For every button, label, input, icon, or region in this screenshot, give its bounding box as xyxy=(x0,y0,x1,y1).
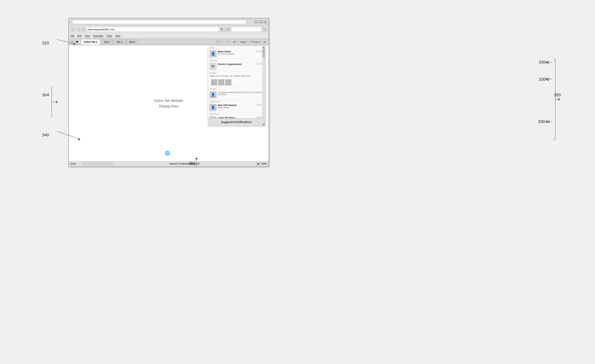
avatar-brian xyxy=(218,79,224,85)
tools-button[interactable]: ⚙ Tools ▾ xyxy=(249,40,261,44)
svg-marker-4 xyxy=(56,101,58,103)
status-internet-text: Internet | Protected Mode: Off xyxy=(113,162,255,165)
forward-button[interactable]: ▷ xyxy=(76,27,82,32)
menu-file[interactable]: File xyxy=(71,34,74,37)
zoom-button[interactable]: ⊕ xyxy=(256,162,260,166)
notif-text-lily: Lily shared an album directly with you: … xyxy=(218,91,263,96)
notif-avatar-ceo: 👤 xyxy=(210,104,216,111)
menu-edit[interactable]: Edit xyxy=(77,34,82,37)
avatar-charles xyxy=(211,79,217,85)
menu-help[interactable]: Help xyxy=(115,34,120,37)
home-button[interactable]: 🏠 ▾ xyxy=(215,40,222,44)
label-330-2: 330-2 xyxy=(539,77,549,82)
notif-title-pc: Latest PC News xyxy=(218,117,255,118)
notif-source-googleplus-1: Google+ xyxy=(208,71,265,74)
tools-label: Tools xyxy=(253,41,258,43)
notif-item-googleplus-album[interactable]: 👤 Lily shared an album directly with you… xyxy=(208,90,265,100)
title-bar-controls: — □ ✕ xyxy=(254,21,267,23)
address-input[interactable] xyxy=(86,27,219,32)
notif-item-calendar[interactable]: 31 Doctor's Appointment 3:15 PM xyxy=(208,62,265,71)
notif-item-techcrunch-pc[interactable]: 💻 Latest PC News Trial Yields Trove... 3… xyxy=(208,115,265,118)
bracket-350 xyxy=(552,57,565,141)
back-arrow-icon: ◁ xyxy=(72,28,73,30)
scrollbar-up-button[interactable]: ▲ xyxy=(262,46,265,49)
tab-bar: ☆ ✚ Active Tab 1 Tab 2 Tab 3 Tab N 🏠 ▾ 📡… xyxy=(69,38,269,45)
notif-source-techcrunch-1: TechCrunch xyxy=(208,100,265,103)
tab-2[interactable]: Tab 2 xyxy=(101,40,113,45)
add-tab-icon[interactable]: ✚ xyxy=(75,40,79,44)
avatar-row-googleplus xyxy=(210,79,233,86)
notification-panel: Gmail 👤 Brian Smith Re: Survey Results 3… xyxy=(208,46,265,126)
tab-icons: ☆ ✚ xyxy=(70,40,79,44)
label-310: 310 xyxy=(42,41,49,46)
status-done: Done xyxy=(71,162,82,165)
menu-tools[interactable]: Tools xyxy=(106,34,112,37)
status-bar: Done Internet | Protected Mode: Off ⊕ 10… xyxy=(69,161,269,166)
notif-body-ceo: New CEO Named Twitter Board xyxy=(218,104,255,109)
diagram-container: — □ ✕ ◁ ▷ ▾ ↻ ✕ 🔍 xyxy=(30,10,565,354)
menu-favorites[interactable]: Favorites xyxy=(93,34,103,37)
label-340: 340 xyxy=(42,132,49,137)
stop-icon: ✕ xyxy=(227,28,229,31)
tab-active[interactable]: Active Tab 1 xyxy=(81,39,101,45)
notif-text-googleplus-friends: Added you on Google+: (3): Charles, Bria… xyxy=(210,75,251,77)
search-input[interactable] xyxy=(231,27,262,32)
status-zoom: ⊕ 100% xyxy=(256,162,267,166)
title-bar-input xyxy=(72,20,247,24)
notif-subtitle-gmail: Re: Survey Results xyxy=(218,53,255,55)
zoom-level: 100% xyxy=(261,162,267,165)
status-seg-2 xyxy=(89,162,94,165)
address-bar-row: ◁ ▷ ▾ ↻ ✕ 🔍 xyxy=(69,26,269,33)
content-line1: Active Tab Website xyxy=(154,99,183,103)
refresh-icon: ↻ xyxy=(221,28,223,31)
menu-bar: File Edit View Favorites Tools Help xyxy=(69,33,269,38)
notif-body-pc: Latest PC News Trial Yields Trove... xyxy=(218,117,255,118)
tab-n[interactable]: Tab N xyxy=(126,40,138,45)
status-seg-4 xyxy=(101,162,107,165)
close-button[interactable]: ✕ xyxy=(263,21,267,23)
search-button[interactable]: 🔍 xyxy=(262,27,267,32)
notif-body-calendar: Doctor's Appointment xyxy=(218,63,255,66)
tab-more-button[interactable]: ▸▸ xyxy=(262,40,267,44)
notif-title-gmail: Brian Smith xyxy=(218,50,255,53)
svg-marker-13 xyxy=(558,98,560,101)
title-bar: — □ ✕ xyxy=(69,19,269,26)
notif-source-calendar: Calendar xyxy=(208,59,265,62)
star-icon: ☆ xyxy=(70,40,74,44)
avatar-sam xyxy=(225,79,231,85)
notif-item-gmail[interactable]: 👤 Brian Smith Re: Survey Results 3:15 PM xyxy=(208,49,265,59)
menu-view[interactable]: View xyxy=(85,34,90,37)
tab-right-controls: 🏠 ▾ 📡 ▾ 🖨 ▾ Page ▾ ⚙ Tools ▾ ▸▸ xyxy=(215,40,267,44)
label-304: 304 xyxy=(42,92,49,97)
stop-button[interactable]: ✕ xyxy=(226,27,230,32)
minimize-button[interactable]: — xyxy=(254,21,258,23)
scrollbar-thumb[interactable] xyxy=(262,50,265,57)
page-button[interactable]: Page ▾ xyxy=(239,40,248,44)
notif-item-googleplus-friends[interactable]: Added you on Google+: (3): Charles, Bria… xyxy=(208,74,265,87)
browser-content: Active Tab Website Display Area Gmail 👤 … xyxy=(69,45,269,162)
print-button[interactable]: 🖨 ▾ xyxy=(231,40,238,44)
forward-arrow-icon: ▷ xyxy=(78,28,80,30)
notification-scrollbar: ▲ ▼ xyxy=(262,46,265,126)
notif-item-techcrunch-ceo[interactable]: 👤 New CEO Named Twitter Board 3:15 PM xyxy=(208,103,265,112)
notif-source-techcrunch-2: TechCrunch xyxy=(208,112,265,115)
nav-dropdown-button[interactable]: ▾ xyxy=(82,27,85,32)
label-350: 350 xyxy=(554,92,561,97)
status-seg-3 xyxy=(95,162,101,165)
back-button[interactable]: ◁ xyxy=(70,27,75,32)
status-globe: 🌐 xyxy=(165,151,170,156)
refresh-button[interactable]: ↻ xyxy=(220,27,225,32)
status-seg-5 xyxy=(107,162,113,165)
tab-3[interactable]: Tab 3 xyxy=(113,40,125,45)
restore-button[interactable]: □ xyxy=(259,21,262,23)
rss-button[interactable]: 📡 ▾ xyxy=(223,40,230,44)
calendar-icon: 31 xyxy=(210,63,216,70)
notification-footer[interactable]: Suggested Notifications xyxy=(208,118,265,126)
notif-title-calendar: Doctor's Appointment xyxy=(218,63,255,66)
label-330-N: 330-N xyxy=(538,119,550,124)
arrow-304 xyxy=(42,83,59,121)
status-seg-1 xyxy=(83,162,88,165)
scrollbar-down-button[interactable]: ▼ xyxy=(262,123,265,126)
notif-avatar-gmail: 👤 xyxy=(210,50,216,57)
notif-avatar-pc: 💻 xyxy=(210,117,216,118)
